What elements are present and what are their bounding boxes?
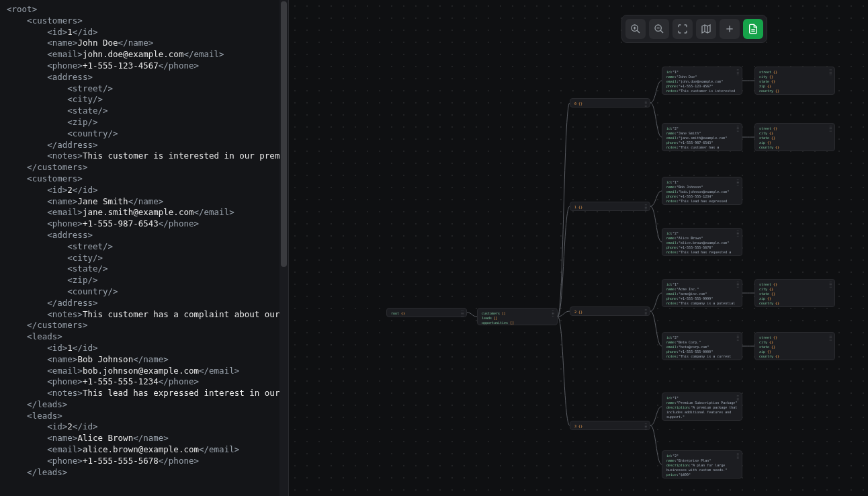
graph-node-detail-6[interactable]: id:"1"name:"Premium Subscription Package… (662, 392, 742, 421)
graph-node-detail-1[interactable]: id:"2"name:"Jane Smith"email:"jane.smith… (662, 123, 742, 151)
zoom-out-button[interactable] (649, 19, 669, 39)
xml-code[interactable]: <root> <customers> <id>1</id> <name>John… (0, 0, 288, 482)
vertical-scrollbar[interactable] (279, 0, 288, 496)
graph-node-root[interactable]: root {}⠿⠿ (386, 308, 467, 317)
graph-node-detail-2[interactable]: id:"1"name:"Bob Johnson"email:"bob.johns… (662, 177, 742, 205)
graph-node-group-1[interactable]: 1 {}⠿⠿ (570, 202, 650, 211)
graph-node-detail-0[interactable]: id:"1"name:"John Doe"email:"john.doe@exa… (662, 67, 742, 95)
document-button[interactable] (743, 19, 763, 39)
graph-node-detail-7[interactable]: id:"2"name:"Enterprise Plan"description:… (662, 450, 742, 479)
graph-node-address-2[interactable]: street {}city {}state {}zip {}country {}… (754, 279, 835, 307)
graph-node-group-0[interactable]: 0 {}⠿⠿ (570, 98, 650, 108)
svg-marker-7 (702, 25, 710, 33)
graph-node-group-3[interactable]: 3 {}⠿⠿ (570, 421, 650, 430)
graph-node-collections[interactable]: customers []leads []opportunities []⠿⠿ (477, 308, 558, 325)
scrollbar-thumb[interactable] (281, 1, 287, 267)
zoom-in-button[interactable] (625, 19, 646, 39)
svg-line-5 (660, 30, 663, 33)
add-button[interactable] (720, 19, 740, 39)
graph-node-address-1[interactable]: street {}city {}state {}zip {}country {}… (754, 123, 835, 151)
graph-node-address-3[interactable]: street {}city {}state {}zip {}country {}… (754, 332, 835, 360)
xml-source-panel: <root> <customers> <id>1</id> <name>John… (0, 0, 289, 496)
graph-toolbar (621, 15, 767, 43)
graph-node-address-0[interactable]: street {}city {}state {}zip {}country {}… (754, 67, 835, 95)
graph-node-group-2[interactable]: 2 {}⠿⠿ (570, 306, 650, 316)
graph-node-detail-4[interactable]: id:"1"name:"Acme Inc."email:"acme@inc.co… (662, 279, 742, 307)
graph-node-detail-3[interactable]: id:"2"name:"Alice Brown"email:"alice.bro… (662, 228, 742, 256)
fit-view-button[interactable] (672, 19, 693, 39)
graph-canvas[interactable]: root {}⠿⠿customers []leads []opportuniti… (289, 0, 868, 496)
graph-node-detail-5[interactable]: id:"2"name:"Beta Corp."email:"beta@corp.… (662, 332, 742, 360)
minimap-button[interactable] (696, 19, 716, 39)
svg-line-1 (637, 30, 640, 33)
